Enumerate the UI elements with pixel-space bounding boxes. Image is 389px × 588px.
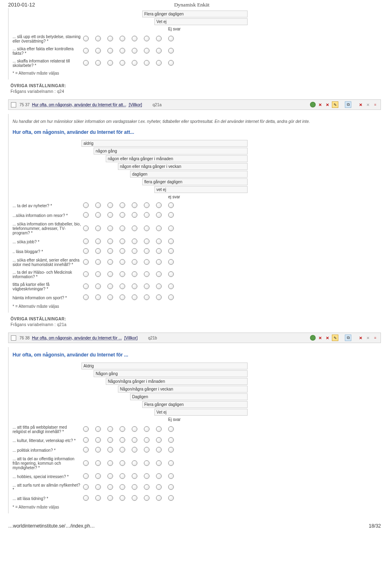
radio[interactable] — [144, 248, 150, 254]
radio[interactable] — [132, 283, 137, 289]
radio[interactable] — [120, 283, 125, 289]
radio[interactable] — [107, 259, 113, 265]
radio[interactable] — [107, 225, 113, 231]
radio[interactable] — [120, 426, 125, 432]
radio[interactable] — [95, 495, 101, 501]
radio[interactable] — [83, 225, 89, 231]
radio[interactable] — [156, 447, 162, 453]
radio[interactable] — [83, 36, 89, 41]
radio[interactable] — [107, 36, 113, 41]
radio[interactable] — [156, 48, 162, 54]
radio[interactable] — [95, 36, 101, 41]
radio[interactable] — [83, 294, 89, 300]
delete-red-icon[interactable]: ✕ — [317, 102, 323, 107]
radio[interactable] — [120, 473, 125, 479]
radio[interactable] — [144, 473, 150, 479]
radio[interactable] — [156, 426, 162, 432]
radio[interactable] — [156, 473, 162, 479]
remove-icon[interactable]: ✕ — [358, 102, 363, 107]
radio[interactable] — [107, 495, 113, 501]
radio[interactable] — [83, 238, 89, 244]
radio[interactable] — [95, 212, 101, 218]
checkbox[interactable] — [11, 335, 16, 341]
radio[interactable] — [132, 248, 137, 254]
radio[interactable] — [107, 447, 113, 453]
radio[interactable] — [120, 437, 125, 443]
radio[interactable] — [144, 294, 150, 300]
radio[interactable] — [132, 202, 137, 208]
remove-icon[interactable]: ✕ — [358, 335, 363, 341]
globe-icon[interactable] — [310, 335, 316, 341]
radio[interactable] — [95, 283, 101, 289]
radio[interactable] — [144, 212, 150, 218]
radio[interactable] — [168, 473, 174, 479]
radio[interactable] — [107, 294, 113, 300]
radio[interactable] — [132, 495, 137, 501]
radio[interactable] — [107, 202, 113, 208]
radio[interactable] — [83, 437, 89, 443]
radio[interactable] — [120, 36, 125, 41]
radio[interactable] — [132, 460, 137, 466]
radio[interactable] — [83, 248, 89, 254]
radio[interactable] — [132, 271, 137, 277]
radio[interactable] — [95, 294, 101, 300]
radio[interactable] — [168, 212, 174, 218]
radio[interactable] — [144, 447, 150, 453]
radio[interactable] — [168, 225, 174, 231]
radio[interactable] — [132, 48, 137, 54]
radio[interactable] — [144, 437, 150, 443]
radio[interactable] — [156, 248, 162, 254]
radio[interactable] — [132, 225, 137, 231]
radio[interactable] — [168, 48, 174, 54]
radio[interactable] — [83, 283, 89, 289]
edit-icon[interactable]: ✎ — [332, 101, 338, 108]
radio[interactable] — [120, 248, 125, 254]
radio[interactable] — [132, 473, 137, 479]
radio[interactable] — [168, 294, 174, 300]
radio[interactable] — [95, 248, 101, 254]
radio[interactable] — [83, 48, 89, 54]
radio[interactable] — [156, 460, 162, 466]
radio[interactable] — [83, 202, 89, 208]
radio[interactable] — [120, 48, 125, 54]
radio[interactable] — [95, 484, 101, 490]
radio[interactable] — [168, 460, 174, 466]
delete-red-icon[interactable]: ✕ — [325, 102, 330, 107]
radio[interactable] — [132, 484, 137, 490]
radio[interactable] — [144, 495, 150, 501]
radio[interactable] — [156, 238, 162, 244]
radio[interactable] — [132, 36, 137, 41]
radio[interactable] — [120, 202, 125, 208]
radio[interactable] — [156, 271, 162, 277]
radio[interactable] — [120, 212, 125, 218]
radio[interactable] — [132, 426, 137, 432]
radio[interactable] — [83, 460, 89, 466]
radio[interactable] — [156, 259, 162, 265]
radio[interactable] — [168, 36, 174, 41]
radio[interactable] — [120, 60, 125, 66]
radio[interactable] — [156, 283, 162, 289]
radio[interactable] — [107, 426, 113, 432]
radio[interactable] — [120, 495, 125, 501]
radio[interactable] — [156, 294, 162, 300]
radio[interactable] — [120, 259, 125, 265]
delete-red-icon[interactable]: ✕ — [325, 335, 330, 341]
question-link[interactable]: Hur ofta, om någonsin, använder du Inter… — [32, 103, 126, 107]
radio[interactable] — [120, 447, 125, 453]
radio[interactable] — [83, 271, 89, 277]
radio[interactable] — [168, 447, 174, 453]
radio[interactable] — [95, 225, 101, 231]
radio[interactable] — [144, 426, 150, 432]
radio[interactable] — [144, 202, 150, 208]
radio[interactable] — [156, 437, 162, 443]
radio[interactable] — [83, 447, 89, 453]
radio[interactable] — [95, 238, 101, 244]
radio[interactable] — [120, 238, 125, 244]
radio[interactable] — [144, 238, 150, 244]
radio[interactable] — [168, 484, 174, 490]
radio[interactable] — [168, 259, 174, 265]
radio[interactable] — [132, 437, 137, 443]
radio[interactable] — [95, 437, 101, 443]
radio[interactable] — [107, 283, 113, 289]
villkor-link[interactable]: [Villkor] — [124, 336, 138, 340]
